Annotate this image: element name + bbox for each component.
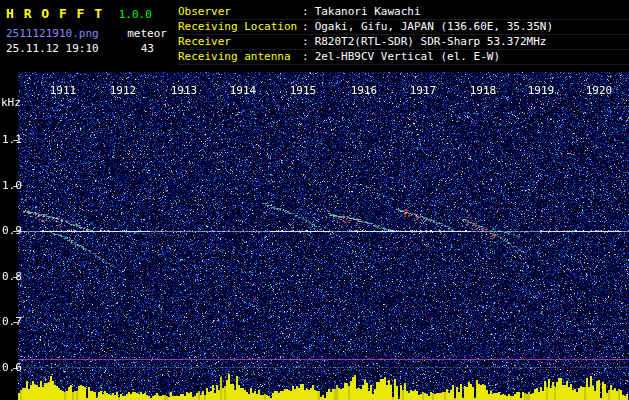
- info-value: Takanori Kawachi: [315, 5, 421, 18]
- x-tick-1916: 1916: [349, 84, 379, 97]
- info-row-observer: Observer:Takanori Kawachi: [178, 5, 629, 20]
- info-row-location: Receiving Location:Ogaki, Gifu, JAPAN (1…: [178, 20, 629, 35]
- y-tick-1-1: 1.1: [2, 133, 22, 146]
- y-axis-unit: kHz: [1, 96, 21, 109]
- y-tick-0-8: 0.8: [2, 270, 22, 283]
- app-version: 1.0.0: [119, 8, 152, 21]
- y-tick-0-6: 0.6: [2, 361, 22, 374]
- spectrogram-canvas: [0, 72, 629, 400]
- echo-count: 43: [141, 42, 154, 55]
- info-label: Receiving antenna: [178, 50, 302, 64]
- app-title: H R O F F T: [6, 6, 103, 21]
- x-tick-1919: 1919: [526, 84, 556, 97]
- x-tick-1914: 1914: [228, 84, 258, 97]
- x-tick-1917: 1917: [408, 84, 438, 97]
- info-label: Observer: [178, 5, 302, 19]
- info-separator: :: [302, 5, 309, 18]
- info-separator: :: [302, 20, 309, 33]
- x-tick-1915: 1915: [288, 84, 318, 97]
- x-tick-1918: 1918: [468, 84, 498, 97]
- datetime-label: 25.11.12 19:10: [6, 42, 99, 55]
- info-row-antenna: Receiving antenna:2el-HB9CV Vertical (el…: [178, 50, 629, 65]
- y-tick-1-0: 1.0: [2, 179, 22, 192]
- header: H R O F F T 1.0.0 2511121910.png meteor …: [0, 0, 629, 72]
- info-value: Ogaki, Gifu, JAPAN (136.60E, 35.35N): [315, 20, 553, 33]
- info-label: Receiver: [178, 35, 302, 49]
- observer-info: Observer:Takanori Kawachi Receiving Loca…: [172, 0, 629, 72]
- output-filename: 2511121910.png: [6, 27, 99, 40]
- info-label: Receiving Location: [178, 20, 302, 34]
- info-separator: :: [302, 35, 309, 48]
- hrofft-window: H R O F F T 1.0.0 2511121910.png meteor …: [0, 0, 629, 400]
- info-value: 2el-HB9CV Vertical (el. E-W): [315, 50, 500, 63]
- x-tick-1911: 1911: [48, 84, 78, 97]
- title-row: H R O F F T 1.0.0: [6, 3, 172, 22]
- spectrogram-panel: 1911 1912 1913 1914 1915 1916 1917 1918 …: [0, 72, 629, 400]
- x-tick-1920: 1920: [584, 84, 614, 97]
- y-tick-0-7: 0.7: [2, 315, 22, 328]
- info-row-receiver: Receiver:R820T2(RTL-SDR) SDR-Sharp 53.37…: [178, 35, 629, 50]
- mode-label: meteor: [127, 27, 167, 40]
- y-tick-0-9: 0.9: [2, 224, 22, 237]
- header-left: H R O F F T 1.0.0 2511121910.png meteor …: [0, 0, 172, 72]
- datetime-row: 25.11.12 19:10 43: [6, 42, 172, 55]
- info-value: R820T2(RTL-SDR) SDR-Sharp 53.372MHz: [315, 35, 547, 48]
- x-tick-1913: 1913: [169, 84, 199, 97]
- info-separator: :: [302, 50, 309, 63]
- x-tick-1912: 1912: [108, 84, 138, 97]
- file-row: 2511121910.png meteor: [6, 27, 172, 40]
